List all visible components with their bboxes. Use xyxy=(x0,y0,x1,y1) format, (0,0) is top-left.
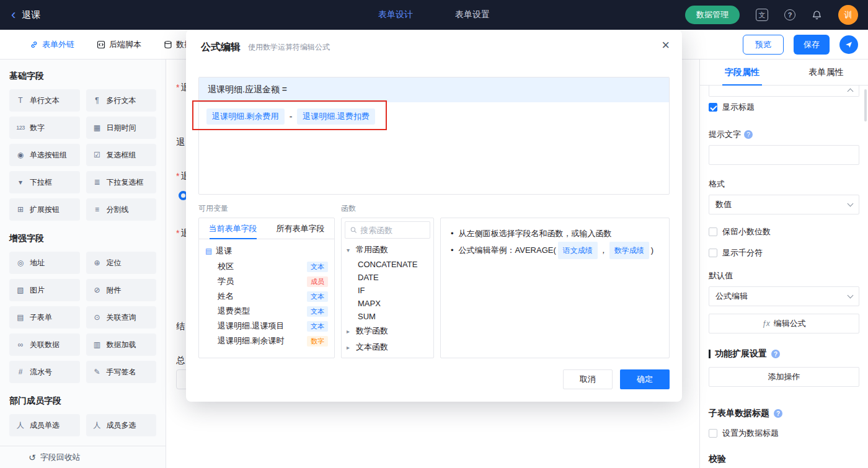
field-radio-group[interactable]: ◉单选按钮组 xyxy=(9,144,80,166)
function-search-input[interactable] xyxy=(360,226,425,235)
format-label: 格式 xyxy=(709,179,859,190)
function-item[interactable]: DATE xyxy=(342,271,433,284)
field-type-tag: 成员 xyxy=(307,276,328,287)
help-icon[interactable]: ? xyxy=(784,9,795,20)
data-manage-button[interactable]: 数据管理 xyxy=(685,6,740,24)
share-button[interactable] xyxy=(839,35,858,54)
field-dropdown[interactable]: ▾下拉框 xyxy=(9,171,80,193)
tree-root-form[interactable]: ▤ 退课 xyxy=(199,243,334,259)
example-field-chip: 语文成绩 xyxy=(558,242,598,259)
tab-form-settings[interactable]: 表单设置 xyxy=(455,9,490,20)
default-value-select[interactable]: 公式编辑 xyxy=(709,286,859,306)
field-member-single[interactable]: 人成员单选 xyxy=(9,414,80,436)
variable-item[interactable]: 退课明细.退课项目 文本 xyxy=(199,319,334,333)
hint-text-label: 提示文字 ? xyxy=(709,129,859,140)
formula-field-chip[interactable]: 退课明细.退费扣费 xyxy=(297,108,375,125)
field-data-load[interactable]: ▥数据加载 xyxy=(86,333,157,356)
section-bar xyxy=(709,350,711,358)
bell-icon[interactable] xyxy=(812,10,822,20)
function-search[interactable] xyxy=(345,221,430,239)
field-datetime[interactable]: ▦日期时间 xyxy=(86,117,157,139)
partial-scrolled-select[interactable] xyxy=(709,86,859,97)
formula-editor: 退课明细.应退金额 = 退课明细.剩余费用 - 退课明细.退费扣费 xyxy=(198,77,670,195)
tab-current-form-fields[interactable]: 当前表单字段 xyxy=(199,218,267,239)
show-title-checkbox[interactable] xyxy=(709,103,717,112)
toolbar-item-backend-script[interactable]: 后端脚本 xyxy=(97,39,141,50)
field-member-multi[interactable]: 人成员多选 xyxy=(86,414,157,436)
function-group-text[interactable]: ▸ 文本函数 xyxy=(342,339,433,355)
tab-all-form-fields[interactable]: 所有表单字段 xyxy=(267,218,334,239)
field-extend-button[interactable]: ⊞扩展按钮 xyxy=(9,198,80,221)
section-title-enhanced-fields: 增强字段 xyxy=(9,233,156,244)
formula-field-chip[interactable]: 退课明细.剩余费用 xyxy=(206,108,285,125)
translate-icon[interactable]: 文 xyxy=(756,9,768,21)
link-icon xyxy=(30,40,38,49)
field-multi-line-text[interactable]: ¶多行文本 xyxy=(86,89,157,112)
dropdown-icon: ▾ xyxy=(16,178,25,187)
function-item[interactable]: SUM xyxy=(342,310,433,323)
function-item[interactable]: IF xyxy=(342,284,433,297)
function-item[interactable]: CONCATENATE xyxy=(342,258,433,271)
number-icon: 123 xyxy=(16,125,25,131)
field-number[interactable]: 123数字 xyxy=(9,117,80,139)
field-subform[interactable]: ▤子表单 xyxy=(9,306,80,329)
multi-line-text-icon: ¶ xyxy=(92,96,102,105)
toolbar-item-form-external-link[interactable]: 表单外链 xyxy=(30,39,74,50)
keep-decimals-checkbox[interactable] xyxy=(709,227,717,236)
avatar[interactable]: 训 xyxy=(838,5,858,25)
save-button[interactable]: 保存 xyxy=(794,35,830,55)
formula-input-area[interactable]: 退课明细.剩余费用 - 退课明细.退费扣费 xyxy=(199,102,669,194)
question-badge-icon[interactable]: ? xyxy=(744,130,753,139)
field-location[interactable]: ⊕定位 xyxy=(86,252,157,274)
modal-title: 公式编辑 xyxy=(201,41,241,54)
close-icon[interactable]: × xyxy=(662,38,670,52)
back-button[interactable]: ‹ xyxy=(11,8,16,22)
field-checkbox-group[interactable]: ☑复选框组 xyxy=(86,144,157,166)
formula-operator: - xyxy=(290,108,293,125)
address-icon: ◎ xyxy=(16,258,25,267)
set-data-title-row: 设置为数据标题 xyxy=(709,428,859,439)
field-divider[interactable]: ≡分割线 xyxy=(86,198,157,221)
field-recycle-bin[interactable]: ↺ 字段回收站 xyxy=(0,446,166,468)
cancel-button[interactable]: 取消 xyxy=(563,369,613,389)
question-badge-icon[interactable]: ? xyxy=(771,350,780,358)
field-attachment[interactable]: ⊘附件 xyxy=(86,279,157,301)
confirm-button[interactable]: 确定 xyxy=(620,369,670,389)
set-data-title-checkbox[interactable] xyxy=(709,429,717,438)
scrollbar-thumb[interactable] xyxy=(864,89,867,121)
field-multi-dropdown[interactable]: ≣下拉复选框 xyxy=(86,171,157,193)
thousands-checkbox[interactable] xyxy=(709,249,717,257)
function-group-common[interactable]: ▾ 常用函数 xyxy=(342,242,433,258)
field-signature[interactable]: ✎手写签名 xyxy=(86,361,157,383)
section-title-member-fields: 部门成员字段 xyxy=(9,395,156,407)
send-icon xyxy=(844,40,853,49)
field-single-line-text[interactable]: T单行文本 xyxy=(9,89,80,112)
field-image[interactable]: ▧图片 xyxy=(9,279,80,301)
edit-formula-button[interactable]: ƒx 编辑公式 xyxy=(709,314,859,333)
field-linked-data[interactable]: ∞关联数据 xyxy=(9,333,80,356)
tab-field-properties[interactable]: 字段属性 xyxy=(700,60,784,85)
variable-item[interactable]: 姓名 文本 xyxy=(199,289,334,304)
page-title: 退课 xyxy=(22,9,40,21)
radio-icon: ◉ xyxy=(16,151,25,159)
member-multi-icon: 人 xyxy=(92,420,102,431)
topbar: ‹ 退课 表单设计 表单设置 数据管理 文 ? 训 xyxy=(0,0,868,30)
field-serial-number[interactable]: #流水号 xyxy=(9,361,80,383)
variable-item[interactable]: 退课明细.剩余课时 数字 xyxy=(199,333,334,348)
field-linked-query[interactable]: ⊙关联查询 xyxy=(86,306,157,329)
question-badge-icon[interactable]: ? xyxy=(774,409,782,418)
field-address[interactable]: ◎地址 xyxy=(9,252,80,274)
hint-text-input[interactable] xyxy=(709,145,859,165)
format-select[interactable]: 数值 xyxy=(709,195,859,214)
function-group-math[interactable]: ▸ 数学函数 xyxy=(342,323,433,339)
add-action-button[interactable]: 添加操作 xyxy=(709,367,859,387)
variable-item[interactable]: 退费类型 文本 xyxy=(199,304,334,319)
preview-button[interactable]: 预览 xyxy=(743,35,784,55)
tab-form-properties[interactable]: 表单属性 xyxy=(784,60,868,85)
function-item[interactable]: MAPX xyxy=(342,297,433,310)
tab-form-design[interactable]: 表单设计 xyxy=(378,9,413,20)
variable-item[interactable]: 校区 文本 xyxy=(199,259,334,274)
variable-item[interactable]: 学员 成员 xyxy=(199,274,334,289)
function-name-text: AVERAGE( xyxy=(515,242,556,258)
field-type-tag: 文本 xyxy=(307,262,328,272)
